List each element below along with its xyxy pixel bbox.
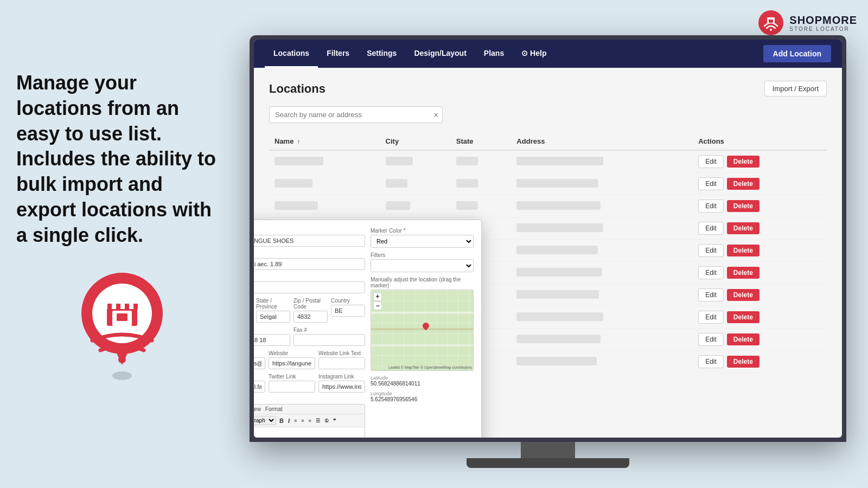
edit-button[interactable]: Edit <box>698 222 724 235</box>
website-input[interactable] <box>269 357 315 369</box>
edit-button[interactable]: Edit <box>698 177 724 190</box>
delete-button[interactable]: Delete <box>727 200 760 212</box>
edit-button[interactable]: Edit <box>698 266 724 279</box>
nav-settings[interactable]: Settings <box>358 40 405 68</box>
edit-button[interactable]: Edit <box>698 200 724 213</box>
import-export-button[interactable]: Import / Export <box>764 81 827 97</box>
edit-button[interactable]: Edit <box>698 155 724 168</box>
paragraph-select[interactable]: Paragraph <box>254 416 276 425</box>
edit-button[interactable]: Edit <box>698 355 724 368</box>
marker-color-select[interactable]: Red <box>371 235 474 248</box>
address2-field-group: Address 2 <box>254 274 365 293</box>
cell-address <box>511 150 693 173</box>
delete-button[interactable]: Delete <box>727 222 760 234</box>
twitter-input[interactable] <box>269 381 315 393</box>
state-input[interactable] <box>256 311 290 323</box>
ordered-list-btn[interactable]: ① <box>323 418 330 423</box>
editor-content[interactable] <box>254 427 365 438</box>
cell-actions: Edit Delete <box>693 329 827 351</box>
filters-select[interactable] <box>371 259 474 272</box>
instagram-input[interactable] <box>318 381 365 393</box>
cell-actions: Edit Delete <box>693 306 827 329</box>
fax-label: Fax # <box>293 327 365 333</box>
address-field-group: Address <box>254 251 365 270</box>
delete-button[interactable]: Delete <box>727 267 760 279</box>
bold-btn[interactable]: B <box>278 418 285 424</box>
svg-rect-16 <box>133 304 138 309</box>
form-left: Name * Address Address 2 <box>254 228 365 438</box>
email-website-row: Email Website Website Link Text <box>254 350 365 374</box>
latitude-value: 50.56824886814011 <box>371 381 474 387</box>
phone-input[interactable] <box>254 334 290 346</box>
align-center-btn[interactable]: ≡ <box>300 418 305 423</box>
delete-button[interactable]: Delete <box>727 178 760 190</box>
edit-button[interactable]: Edit <box>698 333 724 346</box>
cell-actions: Edit Delete <box>693 195 827 217</box>
cell-city <box>380 195 451 217</box>
col-state[interactable]: State <box>451 133 512 150</box>
fax-input[interactable] <box>293 334 365 346</box>
cell-address <box>511 240 693 262</box>
nav-plans[interactable]: Plans <box>475 40 513 68</box>
nav-locations[interactable]: Locations <box>265 40 318 68</box>
cell-actions: Edit Delete <box>693 173 827 195</box>
nav-help[interactable]: ⊙ Help <box>513 40 555 68</box>
list-btn[interactable]: ☰ <box>315 418 321 423</box>
cell-name <box>269 173 380 195</box>
svg-point-17 <box>118 356 126 363</box>
email-input[interactable] <box>254 357 265 369</box>
add-location-button[interactable]: Add Location <box>763 45 831 62</box>
col-city[interactable]: City <box>380 133 451 150</box>
italic-btn[interactable]: I <box>287 418 291 424</box>
email-label: Email <box>254 350 265 356</box>
country-input[interactable] <box>331 305 365 317</box>
edit-button[interactable]: Edit <box>698 311 724 324</box>
map-container[interactable]: + − Leaflet © MapTiler © OpenStreetMap c… <box>371 290 474 371</box>
edit-button[interactable]: Edit <box>698 244 724 257</box>
address2-label: Address 2 <box>254 274 365 280</box>
cell-state <box>451 173 512 195</box>
delete-button[interactable]: Delete <box>727 289 760 301</box>
zoom-in-btn[interactable]: + <box>373 292 382 301</box>
fax-group: Fax # <box>293 327 365 346</box>
email-group: Email <box>254 350 265 369</box>
zip-label: Zip / Postal Code <box>293 298 328 310</box>
nav-design-layout[interactable]: Design/Layout <box>405 40 475 68</box>
address2-input[interactable] <box>254 281 365 293</box>
delete-button[interactable]: Delete <box>727 356 760 368</box>
delete-button[interactable]: Delete <box>727 245 760 256</box>
col-address[interactable]: Address <box>511 133 693 150</box>
coordinates-section: Latitude 50.56824886814011 Longitude 5.6… <box>371 375 474 402</box>
website-link-input[interactable] <box>318 357 365 369</box>
facebook-label: Facebook Link <box>254 374 265 380</box>
svg-point-2 <box>770 29 772 31</box>
address-input[interactable] <box>254 258 365 270</box>
facebook-input[interactable] <box>254 381 265 393</box>
notes-group: Notes File Edit View Format <box>254 397 365 438</box>
city-state-row: City State / Province Zip / Postal Code <box>254 298 365 327</box>
zip-input[interactable] <box>293 311 328 323</box>
delete-button[interactable]: Delete <box>727 156 760 168</box>
blockquote-btn[interactable]: ❝ <box>332 418 337 423</box>
social-row: Facebook Link Twitter Link Instagram Lin… <box>254 374 365 397</box>
name-label: Name * <box>254 228 365 234</box>
stand-base <box>467 458 629 468</box>
nav-filters[interactable]: Filters <box>318 40 358 68</box>
align-left-btn[interactable]: ≡ <box>293 418 298 423</box>
zoom-out-btn[interactable]: − <box>373 301 382 310</box>
cell-address <box>511 173 693 195</box>
menu-view[interactable]: View <box>254 406 261 412</box>
edit-button[interactable]: Edit <box>698 288 724 301</box>
name-input[interactable] <box>254 235 365 247</box>
col-name[interactable]: Name ↑ <box>269 133 380 150</box>
filters-group: Filters <box>371 252 474 272</box>
delete-button[interactable]: Delete <box>727 311 760 323</box>
align-right-btn[interactable]: ≡ <box>308 418 312 423</box>
delete-button[interactable]: Delete <box>727 333 760 345</box>
search-clear-icon[interactable]: × <box>434 111 438 119</box>
monitor-stand <box>250 442 846 468</box>
menu-format[interactable]: Format <box>265 406 283 412</box>
search-input[interactable] <box>269 106 443 123</box>
cell-actions: Edit Delete <box>693 262 827 284</box>
sort-icon: ↑ <box>297 138 301 145</box>
